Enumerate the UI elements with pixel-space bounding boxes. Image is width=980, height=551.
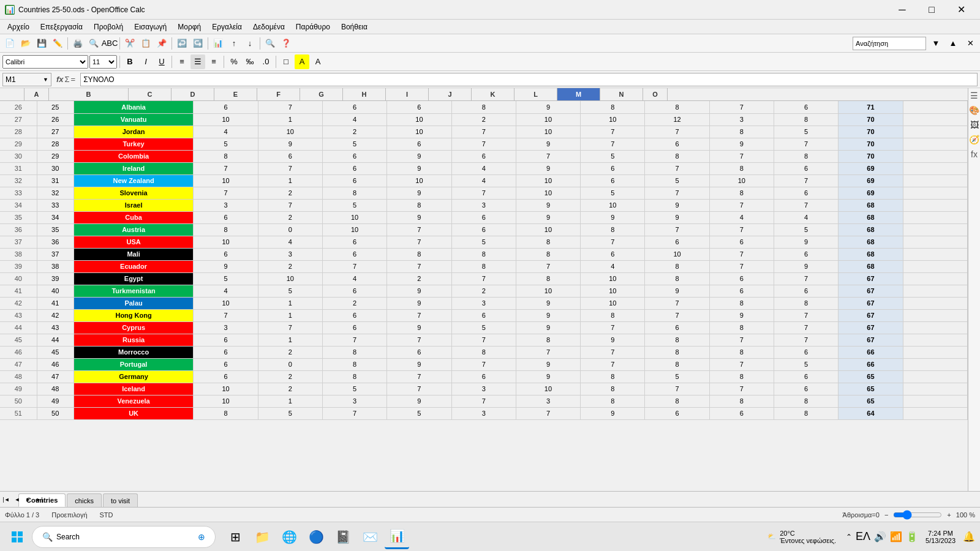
cell-m-total[interactable]: 68	[839, 211, 903, 223]
new-btn[interactable]: 📄	[2, 36, 17, 51]
font-color-btn[interactable]: A	[311, 54, 325, 69]
cell-d[interactable]: 2	[258, 260, 322, 272]
cell-e[interactable]: 8	[322, 358, 386, 370]
cell-l[interactable]: 7	[774, 138, 839, 150]
redo-btn[interactable]: ↪️	[190, 36, 205, 51]
cell-f[interactable]: 8	[387, 199, 451, 211]
cell-k[interactable]: 6	[709, 272, 774, 285]
sidebar-icon-3[interactable]: 🖼	[970, 120, 979, 130]
cell-j[interactable]: 7	[645, 162, 709, 174]
cell-b-country[interactable]: Cyprus	[74, 321, 194, 334]
cell-f[interactable]: 9	[387, 150, 451, 162]
sheet-tab-to-visit[interactable]: to visit	[103, 493, 138, 507]
cell-k[interactable]: 3	[709, 113, 774, 126]
cell-c[interactable]: 6	[194, 346, 258, 358]
cell-h[interactable]: 3	[516, 395, 580, 407]
col-header-e[interactable]: E	[214, 88, 257, 100]
cell-b-country[interactable]: Egypt	[74, 272, 194, 285]
cell-a[interactable]: 29	[37, 150, 74, 162]
tray-arrow-icon[interactable]: ⌃	[846, 533, 852, 541]
cell-f[interactable]: 10	[387, 126, 451, 138]
cell-n[interactable]	[903, 297, 967, 309]
cell-e[interactable]: 2	[322, 126, 386, 138]
cell-m-total[interactable]: 70	[839, 150, 903, 162]
cell-e[interactable]: 7	[322, 407, 386, 419]
sheet-scroll-area[interactable]: A B C D E F G H I J K L M N O 2625Albani…	[0, 88, 968, 491]
cell-d[interactable]: 2	[258, 370, 322, 383]
cell-f[interactable]: 9	[387, 162, 451, 174]
cell-c[interactable]: 3	[194, 199, 258, 211]
cell-m-total[interactable]: 69	[839, 162, 903, 174]
cell-c[interactable]: 7	[194, 309, 258, 321]
cell-a[interactable]: 38	[37, 260, 74, 272]
cell-i[interactable]: 8	[581, 309, 645, 321]
cell-g[interactable]: 7	[451, 272, 516, 285]
cell-d[interactable]: 7	[258, 101, 322, 113]
cell-f[interactable]: 9	[387, 187, 451, 199]
cell-a[interactable]: 30	[37, 162, 74, 174]
cell-c[interactable]: 6	[194, 211, 258, 223]
cell-n[interactable]	[903, 334, 967, 346]
cell-l[interactable]: 6	[774, 187, 839, 199]
cell-b-country[interactable]: Germany	[74, 370, 194, 383]
cell-d[interactable]: 2	[258, 346, 322, 358]
cell-b-country[interactable]: Austria	[74, 223, 194, 236]
cell-e[interactable]: 6	[322, 236, 386, 248]
cell-m-total[interactable]: 67	[839, 297, 903, 309]
cell-m-total[interactable]: 70	[839, 126, 903, 138]
cell-d[interactable]: 1	[258, 309, 322, 321]
cell-a[interactable]: 42	[37, 309, 74, 321]
cell-l[interactable]: 7	[774, 174, 839, 187]
col-header-n[interactable]: N	[600, 88, 643, 100]
cell-k[interactable]: 7	[709, 248, 774, 260]
cell-b-country[interactable]: Slovenia	[74, 187, 194, 199]
cell-h[interactable]: 9	[516, 321, 580, 334]
chrome-button[interactable]: 🔵	[304, 525, 328, 549]
copy-btn[interactable]: 📋	[138, 36, 153, 51]
cell-b-country[interactable]: Palau	[74, 297, 194, 309]
cell-k[interactable]: 7	[709, 334, 774, 346]
minimize-button[interactable]: ─	[888, 0, 916, 20]
col-header-b[interactable]: B	[49, 88, 129, 100]
cell-c[interactable]: 6	[194, 334, 258, 346]
cell-e[interactable]: 6	[322, 174, 386, 187]
help-btn[interactable]: ❓	[279, 36, 293, 51]
cell-a[interactable]: 37	[37, 248, 74, 260]
cell-a[interactable]: 33	[37, 199, 74, 211]
cell-d[interactable]: 6	[258, 150, 322, 162]
search-next-btn[interactable]: ▼	[929, 36, 943, 51]
cell-f[interactable]: 7	[387, 223, 451, 236]
cell-c[interactable]: 9	[194, 260, 258, 272]
cell-g[interactable]: 3	[451, 407, 516, 419]
col-header-k[interactable]: K	[472, 88, 514, 100]
cell-n[interactable]	[903, 248, 967, 260]
cell-b-country[interactable]: New Zealand	[74, 174, 194, 187]
cell-k[interactable]: 7	[709, 150, 774, 162]
cell-b-country[interactable]: Vanuatu	[74, 113, 194, 126]
cell-g[interactable]: 3	[451, 297, 516, 309]
cell-k[interactable]: 8	[709, 187, 774, 199]
cell-k[interactable]: 6	[709, 236, 774, 248]
formula-fx-icon[interactable]: fx	[56, 75, 64, 84]
cell-k[interactable]: 8	[709, 297, 774, 309]
cell-b-country[interactable]: Mali	[74, 248, 194, 260]
border-btn[interactable]: □	[279, 54, 293, 69]
cell-i[interactable]: 8	[581, 101, 645, 113]
cell-f[interactable]: 9	[387, 358, 451, 370]
cell-f[interactable]: 9	[387, 395, 451, 407]
cell-e[interactable]: 8	[322, 370, 386, 383]
cell-m-total[interactable]: 68	[839, 223, 903, 236]
cell-m-total[interactable]: 67	[839, 285, 903, 297]
cell-b-country[interactable]: Turkey	[74, 138, 194, 150]
cell-l[interactable]: 7	[774, 321, 839, 334]
cell-g[interactable]: 8	[451, 346, 516, 358]
menu-item-βοήθεια[interactable]: Βοήθεια	[336, 21, 372, 32]
cell-d[interactable]: 1	[258, 113, 322, 126]
cell-n[interactable]	[903, 162, 967, 174]
sidebar-icon-1[interactable]: ☰	[970, 91, 979, 100]
cell-k[interactable]: 7	[709, 101, 774, 113]
cell-d[interactable]: 1	[258, 297, 322, 309]
cell-f[interactable]: 7	[387, 383, 451, 395]
cell-l[interactable]: 5	[774, 358, 839, 370]
cell-n[interactable]	[903, 150, 967, 162]
